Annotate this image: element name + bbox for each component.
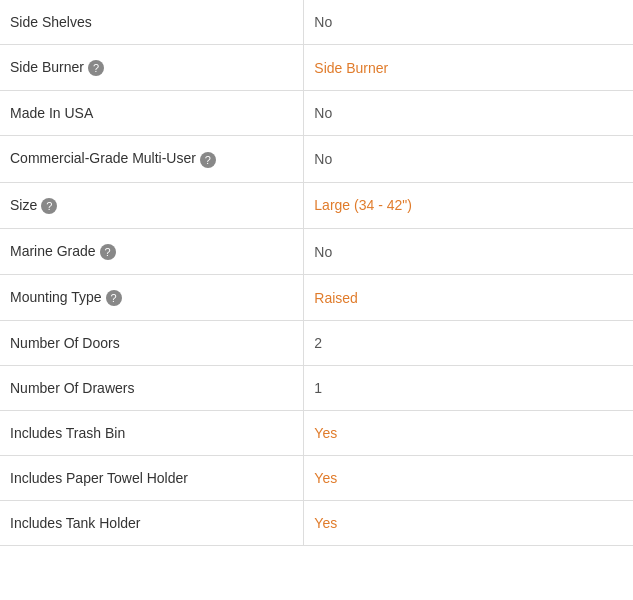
- spec-label: Side Burner?: [0, 45, 304, 91]
- table-row: Number Of Doors2: [0, 321, 633, 366]
- spec-value: Raised: [304, 275, 633, 321]
- spec-label: Made In USA: [0, 91, 304, 136]
- table-row: Mounting Type?Raised: [0, 275, 633, 321]
- table-row: Includes Trash BinYes: [0, 411, 633, 456]
- spec-label-text: Includes Paper Towel Holder: [10, 470, 188, 486]
- spec-value: Side Burner: [304, 45, 633, 91]
- spec-label-text: Number Of Drawers: [10, 380, 134, 396]
- spec-value: Yes: [304, 411, 633, 456]
- spec-value: No: [304, 228, 633, 274]
- spec-label: Size?: [0, 182, 304, 228]
- spec-label-text: Includes Trash Bin: [10, 425, 125, 441]
- table-row: Side Burner?Side Burner: [0, 45, 633, 91]
- spec-value: Yes: [304, 456, 633, 501]
- help-icon[interactable]: ?: [88, 60, 104, 76]
- help-icon[interactable]: ?: [41, 198, 57, 214]
- spec-value: Yes: [304, 501, 633, 546]
- spec-label: Commercial-Grade Multi-User?: [0, 136, 304, 182]
- spec-value: 1: [304, 366, 633, 411]
- spec-label: Includes Paper Towel Holder: [0, 456, 304, 501]
- spec-label: Number Of Drawers: [0, 366, 304, 411]
- table-row: Includes Tank HolderYes: [0, 501, 633, 546]
- spec-label-text: Side Burner: [10, 59, 84, 75]
- spec-label: Mounting Type?: [0, 275, 304, 321]
- spec-label: Includes Trash Bin: [0, 411, 304, 456]
- spec-label-text: Includes Tank Holder: [10, 515, 140, 531]
- spec-label: Marine Grade?: [0, 228, 304, 274]
- table-row: Marine Grade?No: [0, 228, 633, 274]
- table-row: Commercial-Grade Multi-User?No: [0, 136, 633, 182]
- spec-label-text: Marine Grade: [10, 243, 96, 259]
- table-row: Side ShelvesNo: [0, 0, 633, 45]
- specs-table: Side ShelvesNoSide Burner?Side BurnerMad…: [0, 0, 633, 546]
- spec-label-text: Made In USA: [10, 105, 93, 121]
- spec-value: No: [304, 91, 633, 136]
- spec-label: Side Shelves: [0, 0, 304, 45]
- help-icon[interactable]: ?: [200, 152, 216, 168]
- spec-label-text: Number Of Doors: [10, 335, 120, 351]
- spec-label-text: Commercial-Grade Multi-User: [10, 150, 196, 166]
- spec-value: Large (34 - 42"): [304, 182, 633, 228]
- spec-value: No: [304, 0, 633, 45]
- help-icon[interactable]: ?: [106, 290, 122, 306]
- table-row: Size?Large (34 - 42"): [0, 182, 633, 228]
- spec-value: No: [304, 136, 633, 182]
- help-icon[interactable]: ?: [100, 244, 116, 260]
- table-row: Number Of Drawers1: [0, 366, 633, 411]
- table-row: Made In USANo: [0, 91, 633, 136]
- spec-label: Includes Tank Holder: [0, 501, 304, 546]
- spec-value: 2: [304, 321, 633, 366]
- spec-label-text: Size: [10, 197, 37, 213]
- table-row: Includes Paper Towel HolderYes: [0, 456, 633, 501]
- spec-label-text: Mounting Type: [10, 289, 102, 305]
- spec-label-text: Side Shelves: [10, 14, 92, 30]
- spec-label: Number Of Doors: [0, 321, 304, 366]
